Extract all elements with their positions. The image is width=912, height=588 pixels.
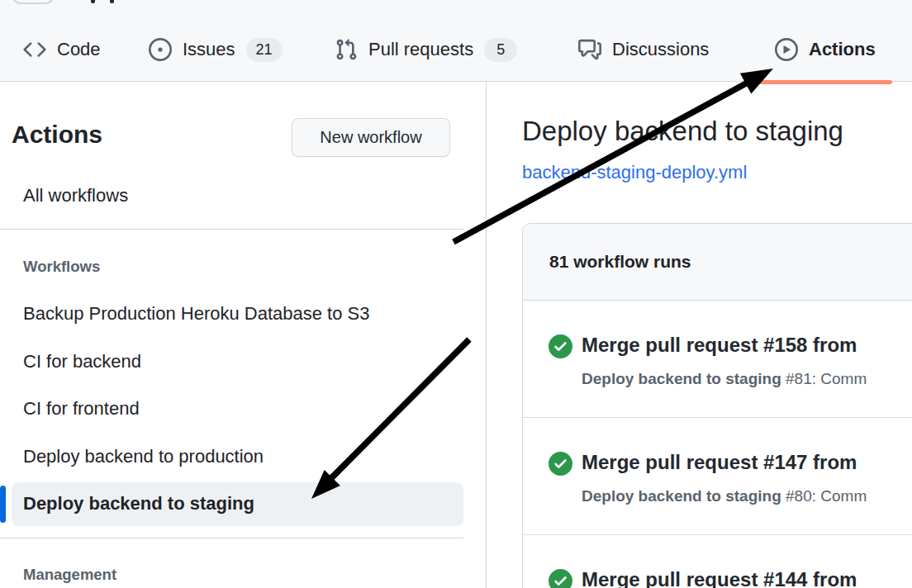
tab-pull-requests[interactable]: Pull requests 5 [335,31,517,68]
code-icon [23,38,46,61]
workflow-run-row[interactable]: Merge pull request #158 from Deploy back… [523,301,912,418]
issue-opened-icon [149,38,172,61]
partial-repo-name-text [110,0,114,3]
run-subtitle: Deploy backend to staging #80: Comm [582,487,867,505]
run-meta: #81: Comm [786,370,867,387]
management-section-header: Management [23,566,116,584]
run-meta: #80: Comm [786,487,867,505]
run-workflow-name: Deploy backend to staging [582,487,781,505]
play-icon [775,38,798,61]
issues-count-badge: 21 [246,38,283,62]
sidebar-title: Actions [12,121,102,149]
sidebar-divider-vertical [486,82,487,588]
comment-discussion-icon [578,38,601,61]
workflow-run-row[interactable]: Merge pull request #147 from Deploy back… [523,418,912,535]
partial-repo-visibility-badge [12,0,55,4]
sidebar-divider [0,229,463,230]
check-circle-icon [549,569,572,588]
sidebar-item-all-workflows[interactable]: All workflows [23,185,128,206]
sidebar-divider [0,538,463,538]
sidebar-item-workflow[interactable]: Deploy backend to production [23,446,264,467]
sidebar-item-workflow[interactable]: CI for backend [23,351,141,372]
tab-actions-label: Actions [809,38,876,61]
tab-actions[interactable]: Actions [775,31,876,68]
annotation-arrow-to-staging-workflow [311,339,469,499]
page-title: Deploy backend to staging [522,116,843,147]
active-tab-underline [758,80,892,84]
run-subtitle: Deploy backend to staging #81: Comm [582,370,867,388]
selected-item-accent-bar [0,486,6,523]
workflows-section-header: Workflows [23,258,100,276]
git-pull-request-icon [335,38,358,61]
sidebar-item-workflow-selected[interactable]: Deploy backend to staging [12,482,463,526]
tab-code[interactable]: Code [23,31,101,68]
new-workflow-button[interactable]: New workflow [292,118,450,157]
run-title: Merge pull request #158 from [582,334,857,357]
workflow-runs-count-header: 81 workflow runs [523,224,912,301]
workflow-runs-card: 81 workflow runs Merge pull request #158… [522,223,912,588]
workflow-run-row[interactable]: Merge pull request #144 from [523,535,912,588]
tab-code-label: Code [57,38,101,61]
tab-issues[interactable]: Issues 21 [149,31,283,68]
annotation-arrow-to-actions-tab [454,69,773,242]
check-circle-icon [549,334,572,358]
run-workflow-name: Deploy backend to staging [582,370,781,387]
tab-discussions-label: Discussions [612,38,709,61]
tab-discussions[interactable]: Discussions [578,31,709,68]
selected-workflow-label: Deploy backend to staging [23,493,254,514]
sidebar-item-workflow[interactable]: CI for frontend [23,398,140,420]
tab-issues-label: Issues [183,38,235,61]
workflow-file-link[interactable]: backend-staging-deploy.yml [522,162,747,183]
sidebar-item-workflow[interactable]: Backup Production Heroku Database to S3 [23,303,369,325]
run-title: Merge pull request #144 from [582,568,857,588]
pull-requests-count-badge: 5 [484,38,517,62]
run-title: Merge pull request #147 from [582,451,857,474]
partial-repo-name-text [91,0,95,3]
repo-header: Code Issues 21 Pull requests 5 Discussio… [0,0,912,82]
tab-pull-requests-label: Pull requests [368,38,473,61]
check-circle-icon [549,452,572,476]
